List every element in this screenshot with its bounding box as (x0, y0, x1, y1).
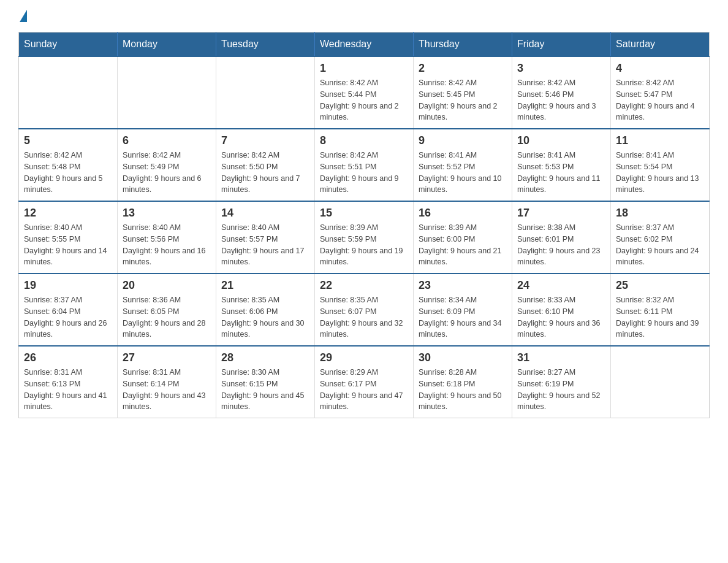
calendar-cell: 27Sunrise: 8:31 AMSunset: 6:14 PMDayligh… (118, 346, 216, 418)
calendar-cell: 26Sunrise: 8:31 AMSunset: 6:13 PMDayligh… (19, 346, 118, 418)
day-number: 14 (221, 207, 309, 220)
day-info: Sunrise: 8:41 AMSunset: 5:54 PMDaylight:… (616, 150, 704, 196)
calendar-cell: 24Sunrise: 8:33 AMSunset: 6:10 PMDayligh… (512, 274, 611, 346)
calendar-cell: 15Sunrise: 8:39 AMSunset: 5:59 PMDayligh… (315, 201, 414, 274)
calendar-day-header: Sunday (19, 33, 118, 57)
calendar-cell: 28Sunrise: 8:30 AMSunset: 6:15 PMDayligh… (216, 346, 315, 418)
calendar-cell: 30Sunrise: 8:28 AMSunset: 6:18 PMDayligh… (414, 346, 512, 418)
calendar-cell (611, 346, 710, 418)
calendar-cell (19, 56, 118, 129)
logo (18, 12, 27, 22)
calendar-day-header: Monday (118, 33, 216, 57)
day-number: 27 (123, 351, 211, 364)
calendar-cell: 23Sunrise: 8:34 AMSunset: 6:09 PMDayligh… (414, 274, 512, 346)
day-number: 12 (24, 207, 112, 220)
calendar-day-header: Saturday (611, 33, 710, 57)
calendar-cell: 1Sunrise: 8:42 AMSunset: 5:44 PMDaylight… (315, 56, 414, 129)
day-info: Sunrise: 8:40 AMSunset: 5:55 PMDaylight:… (24, 222, 112, 268)
calendar-week-row: 1Sunrise: 8:42 AMSunset: 5:44 PMDaylight… (19, 56, 710, 129)
day-info: Sunrise: 8:40 AMSunset: 5:56 PMDaylight:… (123, 222, 211, 268)
day-info: Sunrise: 8:27 AMSunset: 6:19 PMDaylight:… (517, 367, 605, 413)
calendar-day-header: Wednesday (315, 33, 414, 57)
calendar-week-row: 26Sunrise: 8:31 AMSunset: 6:13 PMDayligh… (19, 346, 710, 418)
day-number: 28 (221, 351, 309, 364)
calendar-cell: 16Sunrise: 8:39 AMSunset: 6:00 PMDayligh… (414, 201, 512, 274)
day-info: Sunrise: 8:29 AMSunset: 6:17 PMDaylight:… (320, 367, 408, 413)
day-number: 11 (616, 134, 704, 147)
day-info: Sunrise: 8:41 AMSunset: 5:52 PMDaylight:… (419, 150, 507, 196)
day-info: Sunrise: 8:42 AMSunset: 5:46 PMDaylight:… (517, 77, 605, 123)
day-number: 30 (419, 351, 507, 364)
day-info: Sunrise: 8:42 AMSunset: 5:47 PMDaylight:… (616, 77, 704, 123)
calendar-cell: 9Sunrise: 8:41 AMSunset: 5:52 PMDaylight… (414, 129, 512, 201)
day-number: 5 (24, 134, 112, 147)
day-info: Sunrise: 8:34 AMSunset: 6:09 PMDaylight:… (419, 294, 507, 340)
calendar-cell (118, 56, 216, 129)
day-info: Sunrise: 8:37 AMSunset: 6:04 PMDaylight:… (24, 294, 112, 340)
calendar-header-row: SundayMondayTuesdayWednesdayThursdayFrid… (19, 33, 710, 57)
calendar-cell: 4Sunrise: 8:42 AMSunset: 5:47 PMDaylight… (611, 56, 710, 129)
day-number: 4 (616, 62, 704, 75)
day-number: 20 (123, 279, 211, 292)
calendar-cell: 21Sunrise: 8:35 AMSunset: 6:06 PMDayligh… (216, 274, 315, 346)
calendar-cell: 22Sunrise: 8:35 AMSunset: 6:07 PMDayligh… (315, 274, 414, 346)
calendar-cell: 6Sunrise: 8:42 AMSunset: 5:49 PMDaylight… (118, 129, 216, 201)
day-info: Sunrise: 8:42 AMSunset: 5:49 PMDaylight:… (123, 150, 211, 196)
day-number: 31 (517, 351, 605, 364)
calendar-week-row: 5Sunrise: 8:42 AMSunset: 5:48 PMDaylight… (19, 129, 710, 201)
day-number: 19 (24, 279, 112, 292)
calendar-cell: 19Sunrise: 8:37 AMSunset: 6:04 PMDayligh… (19, 274, 118, 346)
day-info: Sunrise: 8:32 AMSunset: 6:11 PMDaylight:… (616, 294, 704, 340)
day-number: 22 (320, 279, 408, 292)
day-number: 3 (517, 62, 605, 75)
calendar-cell: 29Sunrise: 8:29 AMSunset: 6:17 PMDayligh… (315, 346, 414, 418)
logo-triangle-icon (20, 10, 27, 22)
header (18, 12, 710, 22)
day-info: Sunrise: 8:38 AMSunset: 6:01 PMDaylight:… (517, 222, 605, 268)
day-info: Sunrise: 8:33 AMSunset: 6:10 PMDaylight:… (517, 294, 605, 340)
calendar-cell: 20Sunrise: 8:36 AMSunset: 6:05 PMDayligh… (118, 274, 216, 346)
calendar-cell: 25Sunrise: 8:32 AMSunset: 6:11 PMDayligh… (611, 274, 710, 346)
calendar-cell: 31Sunrise: 8:27 AMSunset: 6:19 PMDayligh… (512, 346, 611, 418)
day-number: 16 (419, 207, 507, 220)
day-info: Sunrise: 8:39 AMSunset: 5:59 PMDaylight:… (320, 222, 408, 268)
day-number: 26 (24, 351, 112, 364)
calendar-table: SundayMondayTuesdayWednesdayThursdayFrid… (18, 32, 710, 418)
calendar-day-header: Tuesday (216, 33, 315, 57)
day-info: Sunrise: 8:30 AMSunset: 6:15 PMDaylight:… (221, 367, 309, 413)
day-number: 23 (419, 279, 507, 292)
day-info: Sunrise: 8:39 AMSunset: 6:00 PMDaylight:… (419, 222, 507, 268)
calendar-cell: 14Sunrise: 8:40 AMSunset: 5:57 PMDayligh… (216, 201, 315, 274)
day-number: 24 (517, 279, 605, 292)
day-number: 17 (517, 207, 605, 220)
day-info: Sunrise: 8:28 AMSunset: 6:18 PMDaylight:… (419, 367, 507, 413)
calendar-cell (216, 56, 315, 129)
calendar-week-row: 12Sunrise: 8:40 AMSunset: 5:55 PMDayligh… (19, 201, 710, 274)
calendar-day-header: Thursday (414, 33, 512, 57)
day-info: Sunrise: 8:31 AMSunset: 6:13 PMDaylight:… (24, 367, 112, 413)
calendar-cell: 7Sunrise: 8:42 AMSunset: 5:50 PMDaylight… (216, 129, 315, 201)
day-number: 7 (221, 134, 309, 147)
day-info: Sunrise: 8:42 AMSunset: 5:51 PMDaylight:… (320, 150, 408, 196)
day-number: 2 (419, 62, 507, 75)
day-number: 1 (320, 62, 408, 75)
day-number: 8 (320, 134, 408, 147)
day-info: Sunrise: 8:36 AMSunset: 6:05 PMDaylight:… (123, 294, 211, 340)
calendar-cell: 8Sunrise: 8:42 AMSunset: 5:51 PMDaylight… (315, 129, 414, 201)
day-number: 15 (320, 207, 408, 220)
day-number: 9 (419, 134, 507, 147)
day-number: 18 (616, 207, 704, 220)
calendar-day-header: Friday (512, 33, 611, 57)
day-number: 25 (616, 279, 704, 292)
day-info: Sunrise: 8:42 AMSunset: 5:44 PMDaylight:… (320, 77, 408, 123)
day-info: Sunrise: 8:35 AMSunset: 6:06 PMDaylight:… (221, 294, 309, 340)
day-info: Sunrise: 8:37 AMSunset: 6:02 PMDaylight:… (616, 222, 704, 268)
day-number: 21 (221, 279, 309, 292)
day-number: 13 (123, 207, 211, 220)
calendar-cell: 17Sunrise: 8:38 AMSunset: 6:01 PMDayligh… (512, 201, 611, 274)
calendar-cell: 18Sunrise: 8:37 AMSunset: 6:02 PMDayligh… (611, 201, 710, 274)
calendar-cell: 5Sunrise: 8:42 AMSunset: 5:48 PMDaylight… (19, 129, 118, 201)
day-info: Sunrise: 8:42 AMSunset: 5:50 PMDaylight:… (221, 150, 309, 196)
calendar-cell: 2Sunrise: 8:42 AMSunset: 5:45 PMDaylight… (414, 56, 512, 129)
day-info: Sunrise: 8:42 AMSunset: 5:45 PMDaylight:… (419, 77, 507, 123)
